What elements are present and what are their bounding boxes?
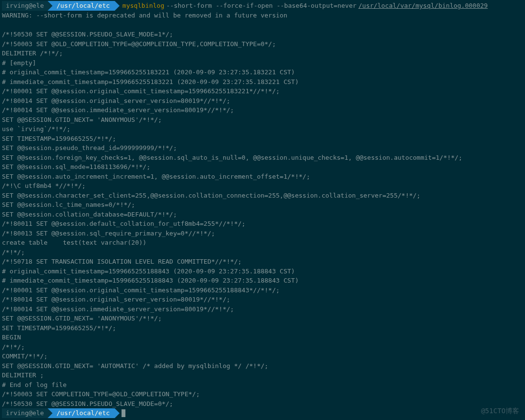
terminal[interactable]: irving@ele /usr/local/etc mysqlbinlog --… <box>0 0 525 419</box>
output-line: # End of log file <box>2 380 523 390</box>
prompt-user: irving@ele <box>2 408 48 418</box>
command-file-arg: /usr/local/var/mysql/binlog.000029 <box>358 1 488 11</box>
output-line <box>2 20 523 30</box>
output-line: /*!80014 SET @@session.immediate_server_… <box>2 105 523 115</box>
output-line: DELIMITER ; <box>2 370 523 380</box>
output-line: /*!50003 SET @OLD_COMPLETION_TYPE=@@COMP… <box>2 39 523 49</box>
prompt-separator-icon <box>48 1 52 11</box>
output-line: WARNING: --short-form is deprecated and … <box>2 11 523 20</box>
output-line: /*!\C utf8mb4 *//*!*/; <box>2 181 523 191</box>
output-line: SET @@session.pseudo_thread_id=999999999… <box>2 143 523 153</box>
output-line: /*!50003 SET COMPLETION_TYPE=@OLD_COMPLE… <box>2 389 523 399</box>
output-line: create table test(text varchar(20)) <box>2 238 523 248</box>
output-line: /*!80001 SET @@session.original_commit_t… <box>2 286 523 295</box>
output-line: COMMIT/*!*/; <box>2 352 523 361</box>
output-line: # original_commit_timestamp=159966525518… <box>2 67 523 77</box>
output-line: SET @@session.sql_mode=1168113696/*!*/; <box>2 162 523 172</box>
output-line: SET @@session.character_set_client=255,@… <box>2 191 523 201</box>
prompt-path-segment: /usr/local/etc <box>48 408 115 418</box>
output-line: /*!50530 SET @@SESSION.PSEUDO_SLAVE_MODE… <box>2 399 523 409</box>
terminal-output: WARNING: --short-form is deprecated and … <box>2 11 523 408</box>
output-line: SET TIMESTAMP=1599665255/*!*/; <box>2 134 523 144</box>
output-line: BEGIN <box>2 333 523 342</box>
output-line: /*!80014 SET @@session.immediate_server_… <box>2 304 523 314</box>
output-line: SET @@SESSION.GTID_NEXT= 'AUTOMATIC' /* … <box>2 361 523 371</box>
output-line: SET @@session.lc_time_names=0/*!*/; <box>2 200 523 210</box>
output-line: # original_commit_timestamp=159966525518… <box>2 267 523 276</box>
output-line: /*!80011 SET @@session.default_collation… <box>2 219 523 229</box>
output-line: /*!80001 SET @@session.original_commit_t… <box>2 86 523 96</box>
output-line: # [empty] <box>2 58 523 68</box>
prompt-path: /usr/local/etc <box>52 1 115 11</box>
command-args: --short-form --force-if-open --base64-ou… <box>166 1 356 11</box>
output-line: SET @@SESSION.GTID_NEXT= 'ANONYMOUS'/*!*… <box>2 115 523 125</box>
prompt-path: /usr/local/etc <box>52 408 115 418</box>
prompt-separator-icon <box>48 408 52 418</box>
output-line: SET @@session.collation_database=DEFAULT… <box>2 210 523 219</box>
prompt-separator-icon <box>115 1 120 11</box>
output-line: SET @@session.auto_increment_increment=1… <box>2 172 523 182</box>
output-line: SET @@SESSION.GTID_NEXT= 'ANONYMOUS'/*!*… <box>2 314 523 323</box>
output-line: # immediate_commit_timestamp=15996652551… <box>2 276 523 286</box>
output-line: /*!80014 SET @@session.original_server_v… <box>2 96 523 106</box>
prompt-separator-icon <box>115 408 120 418</box>
output-line: DELIMITER /*!*/; <box>2 49 523 58</box>
output-line: /*!*/; <box>2 248 523 257</box>
watermark: @51CTO博客 <box>481 406 519 416</box>
output-line: SET TIMESTAMP=1599665255/*!*/; <box>2 323 523 333</box>
prompt-line-2: irving@ele /usr/local/etc <box>2 408 523 418</box>
output-line: SET @@session.foreign_key_checks=1, @@se… <box>2 153 523 163</box>
prompt-user: irving@ele <box>2 1 48 11</box>
output-line: /*!80013 SET @@session.sql_require_prima… <box>2 229 523 238</box>
command-name: mysqlbinlog <box>122 1 164 11</box>
cursor[interactable] <box>122 409 125 417</box>
prompt-path-segment: /usr/local/etc <box>48 1 115 11</box>
output-line: use `irving`/*!*/; <box>2 124 523 134</box>
output-line: /*!50530 SET @@SESSION.PSEUDO_SLAVE_MODE… <box>2 30 523 39</box>
output-line: /*!*/; <box>2 342 523 352</box>
output-line: /*!80014 SET @@session.original_server_v… <box>2 295 523 304</box>
output-line: # immediate_commit_timestamp=15996652551… <box>2 77 523 87</box>
output-line: /*!50718 SET TRANSACTION ISOLATION LEVEL… <box>2 257 523 267</box>
prompt-line-1: irving@ele /usr/local/etc mysqlbinlog --… <box>2 1 523 11</box>
